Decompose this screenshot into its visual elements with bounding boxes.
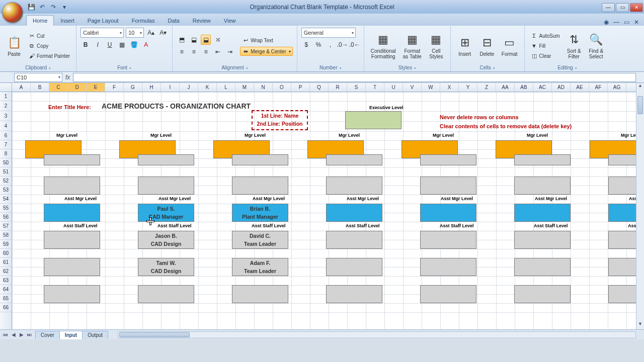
col-header-K[interactable]: K xyxy=(198,83,217,92)
col-header-AC[interactable]: AC xyxy=(533,83,552,92)
row-header-6[interactable]: 6 xyxy=(0,131,12,140)
staff-box[interactable] xyxy=(514,285,571,303)
row-header-62[interactable]: 62 xyxy=(0,267,12,276)
number-format-combo[interactable]: General xyxy=(301,28,356,38)
help-icon[interactable]: ◉ xyxy=(603,19,610,26)
row-header-7[interactable]: 7 xyxy=(0,140,12,149)
staff-box[interactable]: Jason B.CAD Design xyxy=(138,231,194,249)
wrap-text-button[interactable]: ↩Wrap Text xyxy=(240,36,293,45)
align-middle-icon[interactable]: ⬓ xyxy=(189,35,199,45)
horizontal-scrollbar[interactable] xyxy=(118,331,636,338)
staff-box[interactable] xyxy=(232,176,288,195)
font-color-button[interactable]: A xyxy=(141,40,151,50)
qat-redo-icon[interactable]: ↷ xyxy=(49,3,57,11)
col-header-D[interactable]: D xyxy=(68,83,87,92)
col-header-AD[interactable]: AD xyxy=(552,83,571,92)
staff-box[interactable] xyxy=(232,285,288,303)
tab-data[interactable]: Data xyxy=(161,15,186,26)
staff-box[interactable] xyxy=(44,258,100,276)
staff-box[interactable] xyxy=(44,231,100,249)
row-header-64[interactable]: 64 xyxy=(0,285,12,294)
format-cells-button[interactable]: ▭Format xyxy=(499,34,520,58)
orientation-icon[interactable]: ⤭ xyxy=(213,35,223,45)
col-header-AA[interactable]: AA xyxy=(496,83,515,92)
italic-button[interactable]: I xyxy=(93,40,103,50)
staff-box[interactable] xyxy=(514,154,571,165)
staff-box[interactable] xyxy=(138,154,194,165)
col-header-J[interactable]: J xyxy=(180,83,198,92)
col-header-Q[interactable]: Q xyxy=(310,83,329,92)
row-header-63[interactable]: 63 xyxy=(0,276,12,285)
col-header-M[interactable]: M xyxy=(235,83,254,92)
row-header-52[interactable]: 52 xyxy=(0,176,12,186)
autosum-button[interactable]: ΣAutoSum xyxy=(529,31,562,40)
fill-color-button[interactable]: 🪣 xyxy=(129,40,139,50)
insert-cells-button[interactable]: ⊞Insert xyxy=(455,34,475,58)
col-header-R[interactable]: R xyxy=(329,83,347,92)
row-header-55[interactable]: 55 xyxy=(0,204,12,213)
staff-box[interactable] xyxy=(44,285,100,303)
staff-box[interactable]: David C.Team Leader xyxy=(232,231,288,249)
increase-indent-icon[interactable]: ⇥ xyxy=(225,47,235,57)
staff-box[interactable] xyxy=(326,258,382,276)
row-header-2[interactable]: 2 xyxy=(0,101,12,111)
ribbon-restore-icon[interactable]: ▭ xyxy=(623,19,630,26)
ribbon-close-icon[interactable]: ✕ xyxy=(633,19,640,26)
asst-mgr-box[interactable] xyxy=(514,204,571,222)
staff-box[interactable] xyxy=(514,258,571,276)
percent-icon[interactable]: % xyxy=(313,40,324,50)
cell-styles-button[interactable]: ▦Cell Styles xyxy=(426,31,446,61)
row-header-8[interactable]: 8 xyxy=(0,149,12,158)
fill-button[interactable]: ▼Fill xyxy=(529,41,562,50)
tab-nav-first-icon[interactable]: ⏮ xyxy=(2,332,9,337)
row-header-54[interactable]: 54 xyxy=(0,195,12,204)
staff-box[interactable] xyxy=(420,176,476,195)
col-header-F[interactable]: F xyxy=(105,83,124,92)
staff-box[interactable] xyxy=(420,258,476,276)
col-header-V[interactable]: V xyxy=(403,83,422,92)
col-header-A[interactable]: A xyxy=(12,83,31,92)
shrink-font-icon[interactable]: A▾ xyxy=(158,28,168,38)
row-header-1[interactable]: 1 xyxy=(0,92,12,101)
row-header-65[interactable]: 65 xyxy=(0,294,12,303)
staff-box[interactable] xyxy=(420,154,476,165)
col-header-B[interactable]: B xyxy=(31,83,49,92)
qat-customize-icon[interactable]: ▾ xyxy=(60,3,68,11)
col-header-C[interactable]: C xyxy=(49,83,68,92)
col-header-I[interactable]: I xyxy=(161,83,180,92)
staff-box[interactable] xyxy=(138,285,194,303)
col-header-H[interactable]: H xyxy=(142,83,161,92)
tab-nav-last-icon[interactable]: ⏭ xyxy=(26,332,33,337)
staff-box[interactable] xyxy=(44,176,100,195)
sheet-tab-input[interactable]: Input xyxy=(59,331,83,340)
col-header-P[interactable]: P xyxy=(291,83,310,92)
vscroll-thumb[interactable] xyxy=(637,96,643,114)
col-header-Y[interactable]: Y xyxy=(459,83,477,92)
tab-nav-prev-icon[interactable]: ◀ xyxy=(10,332,17,337)
decrease-indent-icon[interactable]: ⇤ xyxy=(213,47,223,57)
paste-button[interactable]: 📋 Paste xyxy=(4,34,24,58)
sheet-tab-output[interactable]: Output xyxy=(82,331,108,339)
col-header-U[interactable]: U xyxy=(384,83,403,92)
border-button[interactable]: ▦ xyxy=(117,40,127,50)
tab-insert[interactable]: Insert xyxy=(54,15,81,26)
sheet-tab-cover[interactable]: Cover xyxy=(35,331,60,339)
staff-box[interactable]: Tami W.CAD Design xyxy=(138,258,194,276)
row-header-53[interactable]: 53 xyxy=(0,186,12,195)
staff-box[interactable] xyxy=(514,231,571,249)
conditional-formatting-button[interactable]: ▦Conditional Formatting xyxy=(368,31,398,61)
col-header-W[interactable]: W xyxy=(422,83,440,92)
staff-box[interactable] xyxy=(514,176,571,195)
currency-icon[interactable]: $ xyxy=(301,40,311,50)
col-header-AG[interactable]: AG xyxy=(608,83,626,92)
staff-box[interactable] xyxy=(420,231,476,249)
col-header-T[interactable]: T xyxy=(366,83,384,92)
row-header-51[interactable]: 51 xyxy=(0,167,12,176)
asst-mgr-box[interactable] xyxy=(44,204,100,222)
minimize-button[interactable]: — xyxy=(602,3,615,12)
col-header-Z[interactable]: Z xyxy=(477,83,496,92)
col-header-AF[interactable]: AF xyxy=(589,83,608,92)
staff-box[interactable] xyxy=(326,154,382,165)
asst-mgr-box[interactable] xyxy=(420,204,476,222)
row-header-58[interactable]: 58 xyxy=(0,231,12,240)
